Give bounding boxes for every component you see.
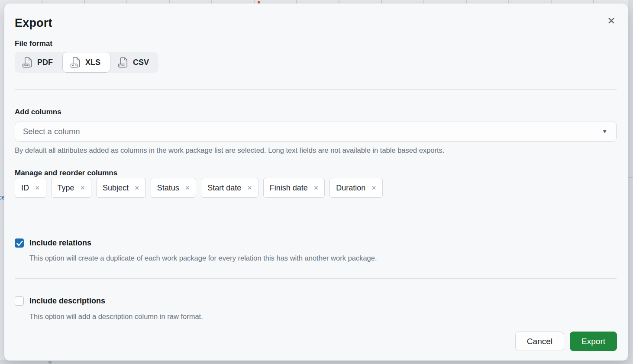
remove-column-icon[interactable]: × bbox=[371, 184, 376, 192]
remove-column-icon[interactable]: × bbox=[314, 184, 319, 192]
section-divider bbox=[15, 221, 617, 221]
close-icon[interactable]: ✕ bbox=[604, 14, 618, 28]
include-descriptions-description: This option will add a description colum… bbox=[29, 312, 203, 321]
add-column-select[interactable]: Select a column ▼ bbox=[15, 122, 617, 142]
background-right-edge bbox=[628, 0, 633, 364]
csv-file-icon: CSV bbox=[120, 57, 128, 68]
include-relations-checkbox[interactable] bbox=[15, 238, 24, 248]
column-chips-row: ID × Type × Subject × Status × Start dat… bbox=[15, 178, 383, 198]
format-option-xls[interactable]: XLS XLS bbox=[62, 52, 110, 73]
section-divider bbox=[15, 278, 617, 279]
csv-badge-label: CSV bbox=[118, 64, 125, 68]
column-chip-duration[interactable]: Duration × bbox=[329, 178, 383, 198]
format-option-pdf[interactable]: PDF PDF bbox=[15, 52, 62, 73]
export-button[interactable]: Export bbox=[570, 332, 617, 351]
column-chip-status[interactable]: Status × bbox=[151, 178, 197, 198]
chip-label: ID bbox=[21, 184, 29, 193]
include-relations-description: This option will create a duplicate of e… bbox=[29, 254, 377, 262]
chip-label: Type bbox=[58, 184, 74, 193]
format-option-csv[interactable]: CSV CSV bbox=[110, 52, 158, 73]
section-divider bbox=[15, 89, 617, 90]
format-option-label: XLS bbox=[85, 58, 100, 67]
chip-label: Subject bbox=[103, 184, 129, 193]
column-chip-finish-date[interactable]: Finish date × bbox=[263, 178, 325, 198]
background-artifact bbox=[48, 361, 52, 364]
xls-file-icon: XLS bbox=[72, 57, 81, 68]
remove-column-icon[interactable]: × bbox=[135, 184, 139, 192]
pdf-badge-label: PDF bbox=[23, 64, 29, 68]
remove-column-icon[interactable]: × bbox=[81, 184, 85, 192]
pdf-file-icon: PDF bbox=[24, 57, 32, 68]
select-placeholder: Select a column bbox=[23, 122, 80, 141]
remove-column-icon[interactable]: × bbox=[247, 184, 252, 192]
chip-label: Start date bbox=[207, 184, 241, 193]
cancel-button[interactable]: Cancel bbox=[515, 332, 564, 351]
include-descriptions-label[interactable]: Include descriptions bbox=[29, 296, 105, 306]
manage-columns-label: Manage and reorder columns bbox=[15, 169, 117, 177]
format-option-label: PDF bbox=[37, 58, 53, 67]
background-row-line bbox=[628, 177, 633, 178]
format-option-label: CSV bbox=[133, 58, 149, 67]
xls-badge-label: XLS bbox=[71, 64, 78, 68]
column-chip-id[interactable]: ID × bbox=[15, 178, 46, 198]
include-relations-label[interactable]: Include relations bbox=[29, 238, 91, 248]
column-chip-type[interactable]: Type × bbox=[51, 178, 92, 198]
add-columns-label: Add columns bbox=[15, 108, 61, 116]
chip-label: Status bbox=[157, 184, 179, 193]
background-bottom-edge bbox=[0, 360, 633, 364]
file-format-label: File format bbox=[15, 39, 52, 48]
remove-column-icon[interactable]: × bbox=[185, 184, 190, 192]
file-format-segmented-control: PDF PDF XLS XLS CSV CSV bbox=[15, 52, 158, 73]
remove-column-icon[interactable]: × bbox=[35, 184, 40, 192]
column-chip-subject[interactable]: Subject × bbox=[96, 178, 146, 198]
column-chip-start-date[interactable]: Start date × bbox=[201, 178, 258, 198]
export-dialog: Export ✕ File format PDF PDF XLS XLS bbox=[4, 3, 628, 361]
dialog-title: Export bbox=[15, 16, 52, 30]
add-columns-help-text: By default all attributes added as colum… bbox=[15, 146, 444, 155]
chip-label: Finish date bbox=[270, 184, 308, 193]
include-descriptions-checkbox[interactable] bbox=[15, 296, 24, 306]
chip-label: Duration bbox=[336, 184, 365, 193]
chevron-down-icon: ▼ bbox=[602, 122, 607, 141]
